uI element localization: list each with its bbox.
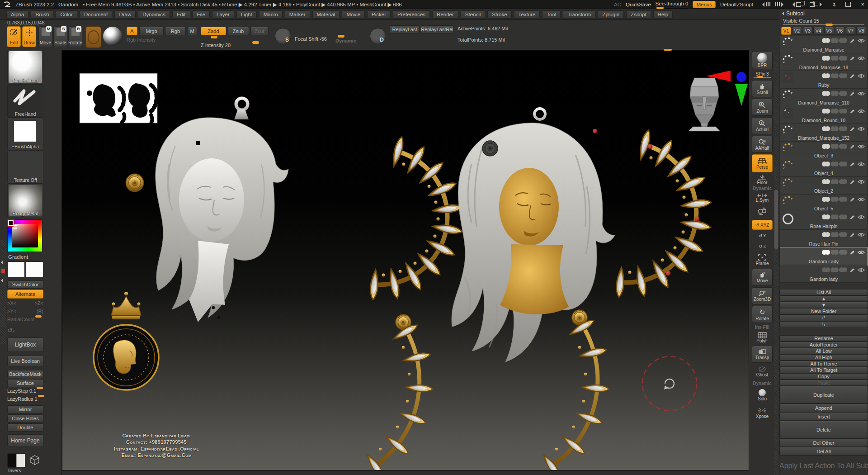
apply-last-action-button[interactable]: Apply Last Action To All Subtools <box>779 462 868 470</box>
aahalf-button[interactable]: AAHalf <box>752 136 773 153</box>
secondary-color-swatch[interactable] <box>26 261 43 278</box>
menu-edit[interactable]: Edit <box>172 10 190 19</box>
bpr-render-button[interactable]: BPR <box>752 51 773 69</box>
visibility-eye-icon[interactable] <box>858 127 865 131</box>
visibility-eye-icon[interactable] <box>858 56 865 61</box>
radial-r-button[interactable]: (R) <box>37 309 43 314</box>
polypaint-toggle[interactable] <box>824 56 830 61</box>
z-intensity-slider[interactable]: Z Intensity 20 <box>201 43 269 48</box>
subtool-row[interactable]: Rose Hairpin <box>780 212 867 230</box>
polypaint-toggle[interactable] <box>824 91 830 96</box>
menus-button[interactable]: Menus <box>693 1 716 8</box>
tab-v1[interactable]: V1 <box>781 27 791 35</box>
m-button[interactable]: M <box>187 27 197 35</box>
subtool-row[interactable]: Object_3 <box>780 142 867 159</box>
uv-toggle[interactable] <box>832 214 839 219</box>
menu-light[interactable]: Light <box>236 10 257 19</box>
dynamic-persp-label[interactable]: Dynamic <box>750 186 775 191</box>
close-holes-button[interactable]: Close Holes <box>7 414 43 423</box>
rotate-xyz-button[interactable]: ↺ XYZ <box>752 220 773 230</box>
polypaint-toggle[interactable] <box>824 126 830 131</box>
menu-transform[interactable]: Transform <box>563 10 595 19</box>
rgb-intensity-slider[interactable]: Rgb Intensity <box>127 37 194 43</box>
visibility-eye-icon[interactable] <box>858 162 865 166</box>
canvas-scrollbar-thumb[interactable] <box>774 190 778 249</box>
subtool-thumbnail[interactable] <box>783 249 793 260</box>
tab-v8[interactable]: V8 <box>856 27 866 35</box>
menu-macro[interactable]: Macro <box>259 10 283 19</box>
menu-stroke[interactable]: Stroke <box>487 10 511 19</box>
left-tray-divider[interactable] <box>0 240 6 344</box>
visibility-eye-icon[interactable] <box>858 268 865 272</box>
spix-nub[interactable] <box>757 76 763 78</box>
reset-orientation-icon[interactable]: ↺x <box>7 327 14 334</box>
persp-button[interactable]: Persp <box>752 154 773 172</box>
lsym-button[interactable]: L.Sym <box>752 192 773 204</box>
move-up-button[interactable]: ▲ <box>779 295 868 302</box>
copy-button[interactable]: Copy <box>779 373 868 380</box>
subtool-title[interactable]: Subtool <box>786 10 805 17</box>
uv-toggle[interactable] <box>832 91 839 96</box>
menu-render[interactable]: Render <box>432 10 458 19</box>
scale-mode-button[interactable]: S Scale <box>53 26 67 47</box>
floor-button[interactable]: Floor <box>752 174 773 186</box>
move3d-button[interactable]: Move <box>752 269 773 286</box>
texture-toggle[interactable] <box>841 179 847 184</box>
subtool-thumbnail[interactable] <box>783 266 793 277</box>
gold-gem-vine-right[interactable] <box>541 310 609 470</box>
uv-toggle[interactable] <box>832 179 839 184</box>
polypaint-toggle[interactable] <box>824 162 830 166</box>
subtool-row[interactable]: Ruby <box>780 71 867 89</box>
brush-selector[interactable]: ClayBuildup <box>7 50 43 84</box>
rotate-y-button[interactable]: ↺Y <box>752 231 773 240</box>
autoreorder-button[interactable]: AutoReorder <box>779 342 868 348</box>
uv-toggle[interactable] <box>832 197 839 202</box>
texture-toggle[interactable] <box>841 144 847 149</box>
visibility-eye-icon[interactable] <box>858 74 865 78</box>
tab-v2[interactable]: V2 <box>792 27 802 35</box>
edit-mode-button[interactable]: Edit <box>7 26 21 47</box>
menu-movie[interactable]: Movie <box>342 10 365 19</box>
visibility-eye-icon[interactable] <box>858 91 865 96</box>
zadd-button[interactable]: Zadd <box>201 27 226 35</box>
paint-icon[interactable] <box>849 267 855 272</box>
texture-toggle[interactable] <box>841 197 847 202</box>
polymesh-cube-icon[interactable] <box>29 454 41 466</box>
polypaint-toggle[interactable] <box>824 214 830 219</box>
restore-button[interactable] <box>845 2 851 7</box>
paint-icon[interactable] <box>849 144 855 149</box>
texture-toggle[interactable] <box>841 250 847 255</box>
stroke-selector[interactable]: FreeHand <box>7 84 43 118</box>
gold-gem-crescent-right[interactable] <box>593 129 712 298</box>
paint-icon[interactable] <box>849 250 855 255</box>
zcut-button[interactable]: Zcut <box>250 27 269 35</box>
default-zscript-button[interactable]: DefaultZScript <box>720 2 753 7</box>
uv-toggle[interactable] <box>832 73 839 78</box>
backfacemask-button[interactable]: BackfaceMask <box>7 370 43 378</box>
paint-icon[interactable] <box>849 38 855 43</box>
gold-gem-vine-left[interactable] <box>365 314 433 470</box>
texture-toggle[interactable] <box>841 232 847 237</box>
transp-button[interactable]: Transp <box>752 346 773 363</box>
all-to-home-button[interactable]: All To Home <box>779 361 868 367</box>
mirror-button[interactable]: Mirror <box>7 405 43 413</box>
paste-button[interactable]: Paste <box>779 380 868 386</box>
insert-button[interactable]: Insert <box>779 412 868 421</box>
actual-button[interactable]: Actual <box>752 117 773 134</box>
rotate3d-button[interactable]: ↻ Rotate <box>752 306 773 323</box>
lazystep-slider[interactable]: LazyStep 0.1 <box>7 388 43 394</box>
menu-color[interactable]: Color <box>56 10 77 19</box>
menu-marker[interactable]: Marker <box>285 10 310 19</box>
menu-file[interactable]: File <box>193 10 210 19</box>
frame-button[interactable]: Frame <box>752 252 773 267</box>
arrange-panels-left-icon[interactable] <box>793 2 805 7</box>
material-selector[interactable]: RoughMetal <box>7 184 43 217</box>
menu-layer[interactable]: Layer <box>212 10 234 19</box>
color-picker[interactable] <box>7 219 42 252</box>
texture-toggle[interactable] <box>841 109 847 114</box>
del-all-button[interactable]: Del All <box>779 447 868 456</box>
polypaint-toggle[interactable] <box>824 144 830 149</box>
texture-toggle[interactable] <box>841 267 847 272</box>
mini-color-swatch[interactable] <box>1 269 5 273</box>
menu-picker[interactable]: Picker <box>367 10 391 19</box>
